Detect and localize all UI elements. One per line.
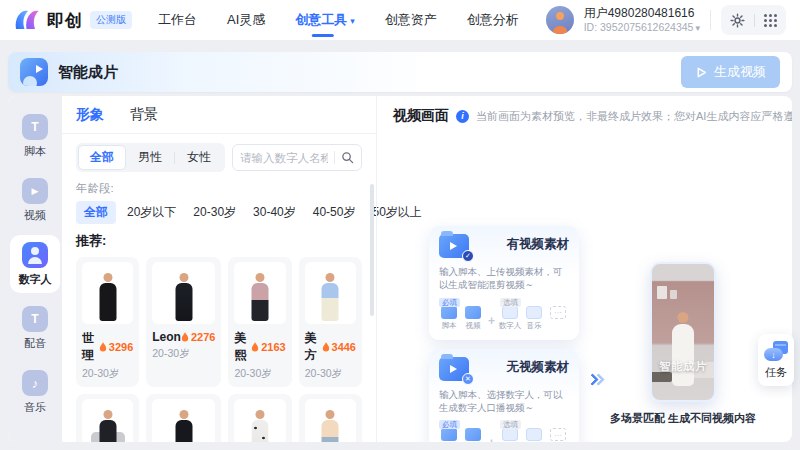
divider <box>710 10 711 30</box>
avatar-thumbnail <box>305 262 356 324</box>
gender-segmented-control: 全部 男性 女性 <box>76 143 225 172</box>
card-title: 无视频素材 <box>507 357 570 376</box>
nav-item-creative-assets[interactable]: 创意资产 <box>385 0 437 41</box>
music-mini-icon <box>502 428 518 441</box>
search-input[interactable] <box>240 152 328 164</box>
avatar-card[interactable]: 宁烟 2903 <box>299 394 362 442</box>
more-icon <box>550 306 566 319</box>
script-icon <box>22 114 48 140</box>
music-icon <box>22 370 48 396</box>
avatar-card[interactable]: Leon 2276 20-30岁 <box>146 257 221 387</box>
flame-icon <box>251 342 259 352</box>
recommend-label: 推荐: <box>76 232 362 250</box>
tab-appearance[interactable]: 形象 <box>76 106 104 124</box>
chevron-down-icon: ▾ <box>350 16 355 26</box>
avatar-name: 美熙 <box>234 330 251 364</box>
nav-item-ai-inspiration[interactable]: AI灵感 <box>227 0 265 41</box>
digital-human-mini-icon <box>465 428 481 441</box>
flame-icon <box>99 342 107 352</box>
age-chip-under-20[interactable]: 20岁以下 <box>121 201 182 224</box>
avatar-thumbnail <box>152 399 215 442</box>
material-options: 有视频素材 输入脚本、上传视频素材，可以生成智能混剪视频～ 必填 脚本 视频 <box>429 226 579 442</box>
script-mini-icon <box>441 306 457 319</box>
required-badge: 必填 <box>439 420 460 429</box>
top-navbar: 即创 公测版 工作台 AI灵感 创意工具▾ 创意资产 创意分析 用户498028… <box>0 0 800 40</box>
search-icon[interactable] <box>341 151 354 164</box>
age-chip-30-40[interactable]: 30-40岁 <box>247 201 302 224</box>
video-preview-panel: 视频画面 当前画面为素材预览，非最终成片效果；您对AI生成内容应严格遵循国家相关… <box>376 96 792 442</box>
folder-video-icon <box>439 234 469 258</box>
user-id: ID: 3952075612624345▾ <box>584 21 700 34</box>
video-mini-icon <box>465 306 481 319</box>
settings-gear-icon[interactable] <box>730 13 745 28</box>
required-badge: 必填 <box>439 298 460 307</box>
voiceover-icon <box>22 306 48 332</box>
heat-count: 2276 <box>181 331 215 343</box>
nav-item-creative-tools[interactable]: 创意工具▾ <box>295 0 355 41</box>
card-inputs: 必填 脚本 视频 + 选填 数字人 <box>439 298 569 331</box>
card-title: 有视频素材 <box>507 234 570 253</box>
result-preview: 智能成片 多场景匹配 生成不同视频内容 <box>610 262 756 426</box>
nav-item-workbench[interactable]: 工作台 <box>158 0 197 41</box>
avatar-card[interactable]: 世理 3296 20-30岁 <box>76 257 139 387</box>
avatar-library-panel: 形象 背景 全部 男性 女性 <box>62 96 376 442</box>
avatar-card[interactable]: 美方 3446 20-30岁 <box>299 257 362 387</box>
avatar-thumbnail <box>82 262 133 324</box>
cross-icon <box>462 373 474 385</box>
generate-video-button[interactable]: 生成视频 <box>681 56 780 88</box>
gender-female-button[interactable]: 女性 <box>175 145 223 170</box>
avatar-thumbnail <box>234 262 285 324</box>
apps-grid-icon[interactable] <box>764 14 777 27</box>
user-avatar[interactable] <box>546 6 574 34</box>
quick-actions <box>721 5 786 35</box>
scrollbar-thumb[interactable] <box>370 184 374 316</box>
divider <box>334 151 335 164</box>
nav-item-creative-analytics[interactable]: 创意分析 <box>467 0 519 41</box>
preview-title: 视频画面 <box>393 107 449 125</box>
workflow-illustration: 有视频素材 输入脚本、上传视频素材，可以生成智能混剪视频～ 必填 脚本 视频 <box>429 226 756 442</box>
avatar-thumbnail <box>305 399 356 442</box>
user-menu[interactable]: 用户4980280481616 ID: 3952075612624345▾ <box>584 6 700 34</box>
task-float-button[interactable]: 任务 <box>758 334 794 386</box>
sidebar-item-digital-human[interactable]: 数字人 <box>10 235 60 293</box>
page-title: 智能成片 <box>58 63 118 82</box>
avatar-name: 世理 <box>82 330 99 364</box>
phone-overlay-text: 智能成片 <box>659 359 707 374</box>
avatar-card[interactable]: 世菲 7304 <box>76 394 139 442</box>
age-chip-20-30[interactable]: 20-30岁 <box>187 201 242 224</box>
music-mini-icon <box>526 306 542 319</box>
main-panel: 脚本 视频 数字人 配音 音乐 形象 背景 <box>8 96 792 442</box>
preview-header: 视频画面 当前画面为素材预览，非最终成片效果；您对AI生成内容应严格遵循国家相关… <box>393 107 792 125</box>
age-chip-all[interactable]: 全部 <box>76 201 116 224</box>
more-icon <box>550 428 566 441</box>
heat-count: 3446 <box>322 341 356 353</box>
chevron-down-icon: ▾ <box>695 23 700 33</box>
divider <box>62 133 376 134</box>
plus-icon: + <box>488 436 495 442</box>
presenter-figure <box>670 312 696 386</box>
tool-sidebar: 脚本 视频 数字人 配音 音乐 <box>8 96 62 442</box>
sidebar-item-video[interactable]: 视频 <box>10 171 60 229</box>
avatar-grid: 世理 3296 20-30岁 Leon 2276 20-30岁 美熙 2163 … <box>76 257 362 442</box>
avatar-card[interactable]: 美熙 2163 20-30岁 <box>228 257 291 387</box>
gender-male-button[interactable]: 男性 <box>126 145 174 170</box>
age-chip-40-50[interactable]: 40-50岁 <box>307 201 362 224</box>
gender-all-button[interactable]: 全部 <box>78 145 126 170</box>
phone-preview: 智能成片 <box>650 262 716 402</box>
card-description: 输入脚本、上传视频素材，可以生成智能混剪视频～ <box>439 265 569 292</box>
app-logo[interactable]: 即创 公测版 <box>14 9 132 32</box>
avatar-card[interactable]: 才吉 2322 <box>146 394 221 442</box>
avatar-name: 美方 <box>305 330 322 364</box>
card-inputs: 必填 脚本 数字人 + 选填 音乐 <box>439 420 569 442</box>
avatar-card[interactable]: 美蔓 4475 <box>228 394 291 442</box>
sidebar-item-script[interactable]: 脚本 <box>10 107 60 165</box>
tab-background[interactable]: 背景 <box>130 106 158 124</box>
page-header: 智能成片 生成视频 <box>8 52 792 92</box>
play-icon <box>695 66 708 79</box>
digital-human-icon <box>22 242 48 268</box>
sidebar-item-music[interactable]: 音乐 <box>10 363 60 421</box>
avatar-thumbnail <box>152 262 215 324</box>
optional-badge: 选填 <box>500 420 521 429</box>
sidebar-item-voiceover[interactable]: 配音 <box>10 299 60 357</box>
user-name: 用户4980280481616 <box>584 6 700 21</box>
